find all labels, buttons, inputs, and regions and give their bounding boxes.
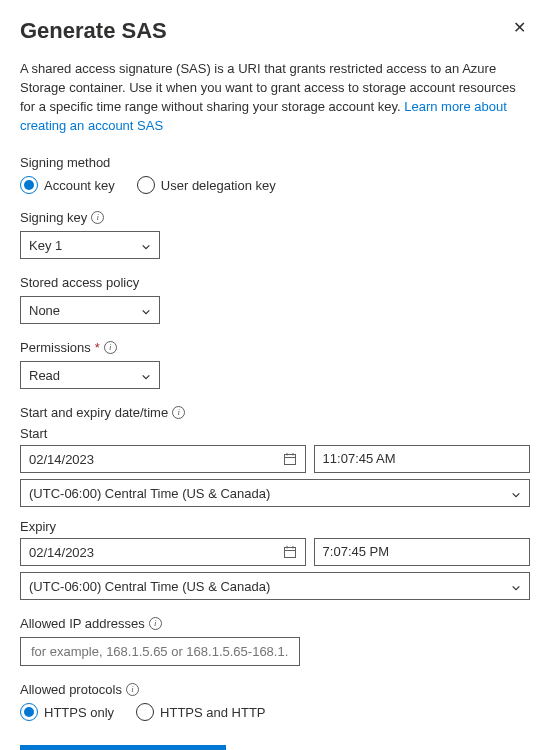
close-icon: ✕ [513, 19, 526, 36]
svg-rect-0 [284, 455, 295, 465]
signing-key-select[interactable]: Key 1 [20, 231, 160, 259]
expiry-date-value: 02/14/2023 [29, 545, 94, 560]
stored-access-policy-value: None [29, 303, 60, 318]
protocol-https-only[interactable]: HTTPS only [20, 703, 114, 721]
signing-method-label: Signing method [20, 155, 530, 170]
radio-unselected-icon [137, 176, 155, 194]
chevron-down-icon [141, 240, 151, 250]
radio-selected-icon [20, 703, 38, 721]
calendar-icon [283, 545, 297, 559]
radio-label: Account key [44, 178, 115, 193]
radio-label: User delegation key [161, 178, 276, 193]
info-icon[interactable]: i [91, 211, 104, 224]
start-tz-value: (UTC-06:00) Central Time (US & Canada) [29, 486, 270, 501]
chevron-down-icon [141, 305, 151, 315]
permissions-label: Permissions [20, 340, 91, 355]
radio-selected-icon [20, 176, 38, 194]
signing-method-user-delegation[interactable]: User delegation key [137, 176, 276, 194]
stored-access-policy-select[interactable]: None [20, 296, 160, 324]
expiry-date-input[interactable]: 02/14/2023 [20, 538, 306, 566]
expiry-time-value: 7:07:45 PM [323, 544, 390, 559]
permissions-value: Read [29, 368, 60, 383]
info-icon[interactable]: i [149, 617, 162, 630]
close-button[interactable]: ✕ [509, 18, 530, 38]
chevron-down-icon [141, 370, 151, 380]
permissions-select[interactable]: Read [20, 361, 160, 389]
info-icon[interactable]: i [172, 406, 185, 419]
allowed-ip-label: Allowed IP addresses [20, 616, 145, 631]
date-section-label: Start and expiry date/time [20, 405, 168, 420]
start-tz-select[interactable]: (UTC-06:00) Central Time (US & Canada) [20, 479, 530, 507]
start-label: Start [20, 426, 530, 441]
stored-access-policy-label: Stored access policy [20, 275, 139, 290]
chevron-down-icon [511, 581, 521, 591]
signing-key-value: Key 1 [29, 238, 62, 253]
start-time-value: 11:07:45 AM [323, 451, 396, 466]
allowed-protocols-label: Allowed protocols [20, 682, 122, 697]
required-asterisk: * [95, 340, 100, 355]
start-date-value: 02/14/2023 [29, 452, 94, 467]
allowed-ip-input[interactable] [29, 643, 291, 660]
chevron-down-icon [511, 488, 521, 498]
expiry-label: Expiry [20, 519, 530, 534]
protocol-https-and-http[interactable]: HTTPS and HTTP [136, 703, 265, 721]
start-time-input[interactable]: 11:07:45 AM [314, 445, 530, 473]
expiry-tz-value: (UTC-06:00) Central Time (US & Canada) [29, 579, 270, 594]
svg-rect-4 [284, 548, 295, 558]
panel-title: Generate SAS [20, 18, 167, 44]
radio-label: HTTPS and HTTP [160, 705, 265, 720]
generate-sas-button[interactable]: Generate SAS token and URL [20, 745, 226, 750]
info-icon[interactable]: i [126, 683, 139, 696]
radio-label: HTTPS only [44, 705, 114, 720]
radio-unselected-icon [136, 703, 154, 721]
allowed-ip-input-wrap[interactable] [20, 637, 300, 666]
expiry-time-input[interactable]: 7:07:45 PM [314, 538, 530, 566]
signing-key-label: Signing key [20, 210, 87, 225]
start-date-input[interactable]: 02/14/2023 [20, 445, 306, 473]
description: A shared access signature (SAS) is a URI… [20, 60, 530, 135]
info-icon[interactable]: i [104, 341, 117, 354]
signing-method-account-key[interactable]: Account key [20, 176, 115, 194]
expiry-tz-select[interactable]: (UTC-06:00) Central Time (US & Canada) [20, 572, 530, 600]
calendar-icon [283, 452, 297, 466]
